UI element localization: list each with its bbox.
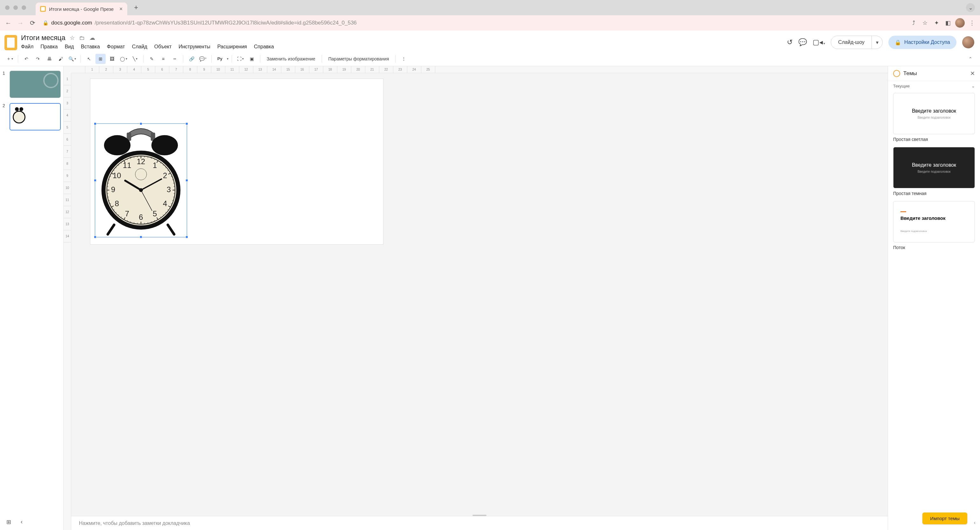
move-folder-icon[interactable]: 🗀 [79,35,85,41]
slide-page[interactable]: 121234567891011 [91,79,383,244]
mask-icon[interactable]: ▣ [247,54,257,64]
slideshow-button-group: Слайд-шоу ▾ [831,36,883,49]
undo-button[interactable]: ↶ [21,54,32,64]
close-panel-icon[interactable]: ✕ [970,70,975,77]
textbox-tool[interactable]: ⊞ [95,54,106,64]
collapse-filmstrip-icon[interactable]: ‹ [21,519,22,525]
print-button[interactable]: 🖶 [44,54,54,64]
maximize-window-icon[interactable] [22,5,26,10]
menu-tools[interactable]: Инструменты [178,44,210,49]
resize-handle[interactable] [140,236,142,238]
resize-handle[interactable] [186,123,188,125]
account-avatar[interactable] [962,36,974,48]
menu-file[interactable]: Файл [21,44,33,49]
more-toolbar-icon[interactable]: ⋮ [399,54,409,64]
menu-edit[interactable]: Правка [40,44,57,49]
slides-favicon-icon [40,6,46,12]
redo-button[interactable]: ↷ [33,54,43,64]
image-tool[interactable]: 🖼 [107,54,117,64]
filmstrip-slide-2[interactable]: 2 [3,103,61,131]
link-icon[interactable]: 🔗 [186,54,197,64]
slides-logo-icon[interactable] [5,35,17,50]
slideshow-caret-icon[interactable]: ▾ [872,36,882,49]
resize-handle[interactable] [94,123,96,125]
themes-current-dropdown[interactable]: Текущие ⌄ [888,81,980,91]
import-theme-button[interactable]: Импорт темы [923,512,967,524]
browser-tab[interactable]: Итоги месяца - Google Презе × [36,3,127,15]
select-tool[interactable]: ↖ [84,54,94,64]
theme-card-flow[interactable]: Введите заголовок Введите подзаголовок [893,201,975,242]
ruler-horizontal: 1234567891011121314151617181920212223242… [71,66,888,73]
border-dash-icon[interactable]: ┅ [170,54,180,64]
selected-image-clock[interactable]: 121234567891011 [95,123,187,237]
reload-button[interactable]: ⟳ [28,19,37,27]
explore-chevron-icon[interactable]: ‹ [974,520,975,525]
back-button[interactable]: ← [4,19,13,27]
tab-list-chevron-icon[interactable]: ⌄ [966,3,975,12]
themes-panel: Темы ✕ Текущие ⌄ Введите заголовок Введи… [888,66,980,530]
minimize-window-icon[interactable] [13,5,18,10]
svg-text:9: 9 [111,185,115,194]
py-label[interactable]: Py [215,54,225,64]
slide-thumb-1[interactable] [10,71,61,98]
svg-text:7: 7 [125,209,129,218]
new-slide-button[interactable]: ＋▾ [5,54,14,64]
comment-add-icon[interactable]: 💬⁺ [198,54,208,64]
border-weight-icon[interactable]: ≡ [158,54,168,64]
replace-image-button[interactable]: Заменить изображение [264,54,318,64]
slideshow-button[interactable]: Слайд-шоу [831,36,872,49]
share-page-icon[interactable]: ⤴ [909,20,918,26]
sidepanel-icon[interactable]: ◧ [944,19,952,26]
main-area: 1 2 123456789101112131415161718192021222… [0,66,980,530]
theme-name-flow: Поток [893,245,975,250]
bookmark-star-icon[interactable]: ☆ [921,19,929,26]
menu-insert[interactable]: Вставка [81,44,100,49]
profile-avatar[interactable] [955,18,965,28]
theme-card-light[interactable]: Введите заголовок Введите подзаголовок [893,93,975,134]
history-icon[interactable]: ↺ [787,38,792,46]
menu-extensions[interactable]: Расширения [217,44,247,49]
filmstrip-slide-1[interactable]: 1 [3,71,61,98]
crop-icon[interactable]: ⛶▾ [235,54,245,64]
shape-tool[interactable]: ◯▾ [118,54,129,64]
speaker-notes[interactable]: Нажмите, чтобы добавить заметки докладчи… [71,516,888,530]
tab-strip: Итоги месяца - Google Презе × + ⌄ [0,0,980,15]
resize-handle[interactable] [186,179,188,181]
share-button[interactable]: 🔒 Настройки Доступа [888,36,956,49]
share-label: Настройки Доступа [904,40,950,45]
svg-text:10: 10 [113,171,121,180]
resize-handle[interactable] [94,236,96,238]
resize-handle[interactable] [186,236,188,238]
menu-format[interactable]: Формат [107,44,125,49]
menu-help[interactable]: Справка [254,44,274,49]
format-options-button[interactable]: Параметры форматирования [325,54,392,64]
new-tab-button[interactable]: + [131,3,141,13]
resize-handle[interactable] [94,179,96,181]
menu-object[interactable]: Объект [154,44,172,49]
resize-handle[interactable] [140,123,142,125]
present-camera-icon[interactable]: ▢◂▾ [813,38,825,46]
url-bar[interactable]: 🔒 docs.google.com/presentation/d/1-qp78z… [40,20,906,26]
lock-icon: 🔒 [895,40,901,46]
line-tool[interactable]: ╲▾ [130,54,140,64]
grid-view-icon[interactable]: ⊞ [6,519,11,525]
extensions-puzzle-icon[interactable]: ✦ [932,19,940,26]
comments-icon[interactable]: 💬 [798,38,807,46]
document-title[interactable]: Итоги месяца [21,34,65,42]
menu-view[interactable]: Вид [65,44,74,49]
zoom-button[interactable]: 🔍▾ [67,54,77,64]
close-window-icon[interactable] [5,5,10,10]
star-icon[interactable]: ☆ [70,34,75,41]
paint-format-button[interactable]: 🖌 [56,54,66,64]
border-color-icon[interactable]: ✎ [147,54,157,64]
chrome-menu-icon[interactable]: ⋮ [968,19,976,26]
menu-slide[interactable]: Слайд [132,44,147,49]
tab-close-icon[interactable]: × [119,6,123,13]
theme-card-dark[interactable]: Введите заголовок Введите подзаголовок [893,147,975,188]
chevron-down-icon: ⌄ [971,84,975,88]
slide-canvas[interactable]: 121234567891011 [71,73,888,530]
app-header: Итоги месяца ☆ 🗀 ☁ Файл Правка Вид Встав… [0,30,980,51]
url-host: docs.google.com [51,20,92,26]
slide-thumb-2[interactable] [10,103,61,131]
collapse-toolbar-icon[interactable]: ⌃ [966,54,975,64]
